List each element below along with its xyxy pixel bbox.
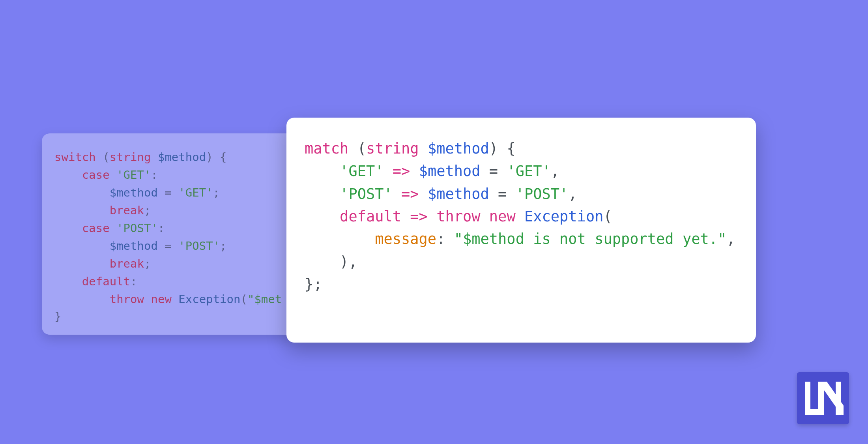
- code-token: string: [366, 140, 419, 157]
- code-token: 'GET': [340, 163, 383, 180]
- code-token: ) {: [489, 140, 516, 157]
- code-token: (: [348, 140, 366, 157]
- code-token: ;: [144, 204, 151, 217]
- code-token: 'GET': [178, 186, 213, 199]
- code-token: [401, 208, 410, 225]
- code-token: [305, 208, 340, 225]
- code-token: default: [82, 275, 130, 288]
- code-token: [54, 221, 82, 235]
- code-token: =>: [410, 208, 428, 225]
- code-token: new: [489, 208, 516, 225]
- code-token: 'POST': [116, 221, 158, 235]
- code-token: $method: [110, 239, 158, 253]
- code-token: switch: [54, 150, 96, 164]
- code-token: $method: [428, 140, 489, 157]
- code-token: $method: [419, 163, 481, 180]
- code-token: "$method is not supported yet.": [454, 230, 727, 247]
- code-token: 'GET': [116, 168, 151, 182]
- code-token: [384, 163, 393, 180]
- code-token: ,: [551, 163, 559, 180]
- code-token: =: [481, 163, 507, 180]
- code-token: [410, 163, 419, 180]
- code-token: ,: [568, 185, 577, 202]
- code-token: ) {: [206, 150, 226, 164]
- code-token: [428, 208, 436, 225]
- code-token: case: [82, 168, 110, 182]
- code-token: =: [489, 185, 516, 202]
- code-token: 'POST': [340, 185, 393, 202]
- code-token: :: [158, 221, 165, 235]
- code-token: [151, 150, 157, 164]
- code-token: [54, 204, 110, 217]
- code-token: [54, 168, 82, 182]
- code-token: [54, 239, 110, 253]
- code-token: throw: [110, 292, 144, 306]
- brand-logo: [797, 372, 849, 424]
- code-token: string: [110, 150, 151, 164]
- code-panel-match: match (string $method) { 'GET' => $metho…: [286, 118, 756, 343]
- main-container: switch (string $method) { case 'GET': $m…: [0, 0, 868, 444]
- code-token: [144, 292, 151, 306]
- code-token: ;: [220, 239, 226, 253]
- code-token: $method: [428, 185, 489, 202]
- code-token: default: [340, 208, 401, 225]
- code-token: =>: [393, 163, 410, 180]
- code-token: [110, 168, 116, 182]
- code-token: [54, 186, 110, 199]
- code-token: [419, 185, 428, 202]
- code-token: [419, 140, 428, 157]
- code-token: ;: [213, 186, 220, 199]
- code-token: (: [240, 292, 247, 306]
- code-token: [54, 275, 82, 288]
- code-token: ,: [726, 230, 735, 247]
- code-token: throw: [436, 208, 480, 225]
- code-token: "$met: [247, 292, 282, 306]
- code-token: break: [110, 204, 144, 217]
- code-panel-switch: switch (string $method) { case 'GET': $m…: [42, 133, 298, 335]
- code-token: (: [96, 150, 110, 164]
- code-token: 'POST': [516, 185, 569, 202]
- code-token: 'POST': [178, 239, 220, 253]
- code-token: match: [305, 140, 348, 157]
- code-token: 'GET': [507, 163, 550, 180]
- code-token: [305, 163, 340, 180]
- code-token: =>: [401, 185, 419, 202]
- code-token: [393, 185, 401, 202]
- code-token: ;: [144, 257, 151, 270]
- code-token: break: [110, 257, 144, 270]
- code-token: :: [130, 275, 137, 288]
- code-token: Exception: [524, 208, 603, 225]
- code-token: message: [375, 230, 436, 247]
- code-token: :: [436, 230, 454, 247]
- code-token: [305, 185, 340, 202]
- code-token: [481, 208, 489, 225]
- code-token: };: [305, 276, 322, 293]
- code-token: [305, 230, 375, 247]
- code-token: $method: [110, 186, 158, 199]
- code-token: case: [82, 221, 110, 235]
- code-block-left: switch (string $method) { case 'GET': $m…: [54, 148, 286, 326]
- code-token: Exception: [178, 292, 240, 306]
- code-token: [516, 208, 524, 225]
- code-token: [54, 257, 110, 270]
- code-token: [172, 292, 178, 306]
- logo-icon: [803, 378, 843, 418]
- code-token: =: [158, 239, 178, 253]
- code-token: =: [158, 186, 178, 199]
- code-token: [54, 292, 110, 306]
- code-token: }: [54, 310, 61, 323]
- code-block-right: match (string $method) { 'GET' => $metho…: [305, 137, 738, 296]
- code-token: ),: [305, 253, 357, 270]
- code-token: :: [151, 168, 157, 182]
- code-token: (: [603, 208, 612, 225]
- code-token: [110, 221, 116, 235]
- code-token: new: [151, 292, 171, 306]
- code-token: $method: [158, 150, 206, 164]
